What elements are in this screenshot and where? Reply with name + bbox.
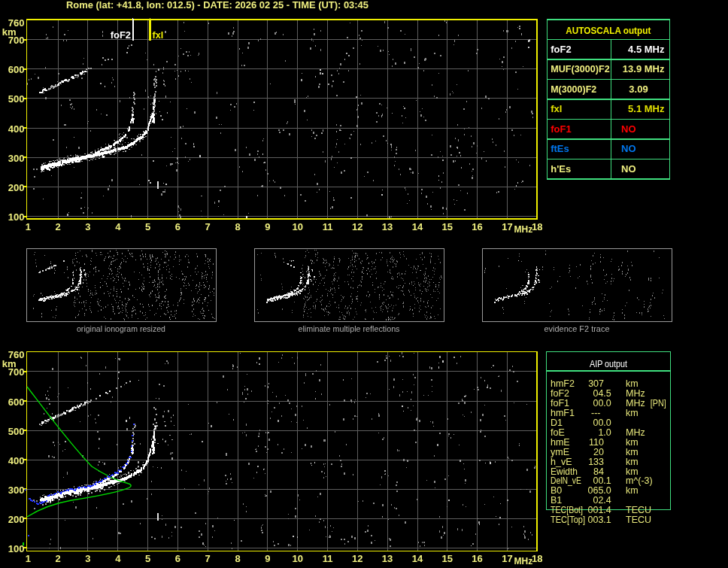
svg-text:TEC[Bot]: TEC[Bot]	[551, 505, 583, 515]
svg-text:13.9 MHz: 13.9 MHz	[623, 63, 665, 74]
svg-text:17: 17	[502, 221, 512, 232]
svg-text:MHz: MHz	[514, 224, 533, 235]
svg-text:500: 500	[8, 93, 25, 105]
svg-text:600: 600	[8, 64, 25, 75]
svg-text:10: 10	[292, 553, 302, 564]
svg-text:hmF2: hmF2	[551, 378, 575, 389]
svg-text:km: km	[626, 378, 639, 389]
svg-text:11: 11	[323, 221, 333, 232]
svg-text:1: 1	[26, 553, 31, 564]
svg-text:2: 2	[55, 553, 60, 564]
svg-text:km: km	[626, 485, 639, 496]
svg-text:14: 14	[412, 553, 423, 564]
svg-text:ymE: ymE	[551, 447, 569, 457]
svg-text:MUF(3000)F2: MUF(3000)F2	[551, 63, 610, 74]
svg-text:evidence F2 trace: evidence F2 trace	[544, 324, 610, 333]
svg-text:km: km	[626, 466, 639, 477]
svg-text:307: 307	[588, 378, 604, 389]
svg-text:M(3000)F2: M(3000)F2	[551, 84, 596, 95]
svg-text:200: 200	[8, 514, 25, 525]
svg-text:NO: NO	[621, 163, 636, 175]
svg-text:100: 100	[8, 211, 25, 223]
svg-text:16: 16	[472, 553, 482, 564]
svg-text:Rome (lat: +41.8, lon: 012.5): Rome (lat: +41.8, lon: 012.5) - DATE: 20…	[66, 0, 369, 11]
svg-text:7: 7	[205, 553, 211, 564]
svg-text:original ionogram resized: original ionogram resized	[77, 324, 165, 333]
svg-text:20: 20	[593, 447, 604, 457]
svg-text:17: 17	[502, 553, 512, 564]
svg-text:ftEs: ftEs	[551, 143, 569, 154]
svg-text:hmE: hmE	[551, 437, 570, 448]
svg-text:fxl: fxl	[153, 30, 164, 41]
svg-text:8: 8	[235, 221, 240, 232]
svg-text:5: 5	[145, 221, 150, 232]
svg-text:02.4: 02.4	[593, 495, 611, 506]
svg-text:foF2: foF2	[551, 44, 571, 55]
svg-text:04.5: 04.5	[593, 388, 611, 399]
svg-text:001.4: 001.4	[588, 505, 611, 515]
svg-text:foE: foE	[551, 427, 565, 438]
svg-text:1: 1	[26, 221, 31, 232]
svg-text:foF1: foF1	[551, 398, 569, 409]
svg-text:500: 500	[8, 426, 25, 437]
svg-text:5: 5	[145, 553, 150, 564]
svg-text:003.1: 003.1	[588, 515, 611, 525]
svg-text:110: 110	[589, 437, 604, 448]
svg-text:AIP output: AIP output	[590, 359, 627, 369]
svg-text:6: 6	[175, 221, 180, 232]
svg-text:400: 400	[8, 123, 25, 135]
svg-text:100: 100	[8, 543, 25, 554]
svg-text:foF2: foF2	[111, 29, 131, 41]
svg-text:300: 300	[8, 484, 25, 496]
svg-text:11: 11	[323, 553, 333, 564]
svg-text:h_vE: h_vE	[551, 457, 572, 467]
svg-text:6: 6	[175, 553, 180, 564]
svg-text:TECU: TECU	[626, 515, 651, 525]
svg-text:Ewidth: Ewidth	[551, 466, 578, 477]
svg-text:B1: B1	[551, 495, 562, 506]
svg-text:TECU: TECU	[626, 505, 651, 515]
svg-text:18: 18	[532, 221, 542, 232]
svg-text:9: 9	[265, 221, 270, 232]
svg-text:13: 13	[382, 221, 393, 232]
svg-text:12: 12	[352, 553, 362, 564]
svg-text:eliminate multiple reflections: eliminate multiple reflections	[299, 324, 400, 333]
svg-text:16: 16	[472, 221, 482, 232]
svg-text:400: 400	[8, 455, 25, 466]
svg-text:km: km	[2, 26, 17, 38]
svg-text:km: km	[626, 447, 639, 457]
svg-text:14: 14	[412, 221, 423, 232]
svg-text:AUTOSCALA output: AUTOSCALA output	[566, 25, 651, 36]
svg-text:200: 200	[8, 182, 25, 193]
svg-text:3: 3	[85, 221, 90, 232]
svg-text:065.0: 065.0	[588, 485, 611, 496]
svg-text:foF2: foF2	[551, 388, 569, 399]
svg-text:DelN_vE: DelN_vE	[551, 475, 581, 486]
svg-text:00.1: 00.1	[593, 475, 611, 486]
svg-text:km: km	[626, 457, 639, 467]
svg-text:NO: NO	[621, 143, 636, 154]
svg-text:84: 84	[593, 466, 604, 477]
svg-text:8: 8	[235, 553, 240, 564]
svg-text:MHz: MHz	[626, 398, 645, 409]
svg-text:600: 600	[8, 396, 25, 408]
svg-text:7: 7	[205, 221, 211, 232]
svg-text:133: 133	[588, 457, 604, 467]
svg-text:13: 13	[382, 553, 393, 564]
svg-text:4.5 MHz: 4.5 MHz	[628, 44, 665, 55]
svg-text:5.1 MHz: 5.1 MHz	[628, 103, 665, 114]
svg-text:00.0: 00.0	[593, 418, 611, 428]
svg-text:D1: D1	[551, 418, 563, 428]
svg-text:1.0: 1.0	[598, 427, 611, 438]
svg-text:18: 18	[532, 553, 542, 564]
svg-text:fxl: fxl	[551, 103, 562, 114]
svg-text:300: 300	[8, 153, 25, 164]
svg-text:km: km	[2, 358, 17, 369]
svg-text:hmF1: hmF1	[551, 408, 575, 418]
svg-text:B0: B0	[551, 485, 562, 496]
svg-text:3: 3	[85, 553, 90, 564]
svg-text:---: ---	[591, 408, 601, 418]
svg-text:h'Es: h'Es	[551, 163, 571, 175]
svg-text:2: 2	[55, 221, 60, 232]
svg-text:m^(-3): m^(-3)	[626, 475, 653, 486]
